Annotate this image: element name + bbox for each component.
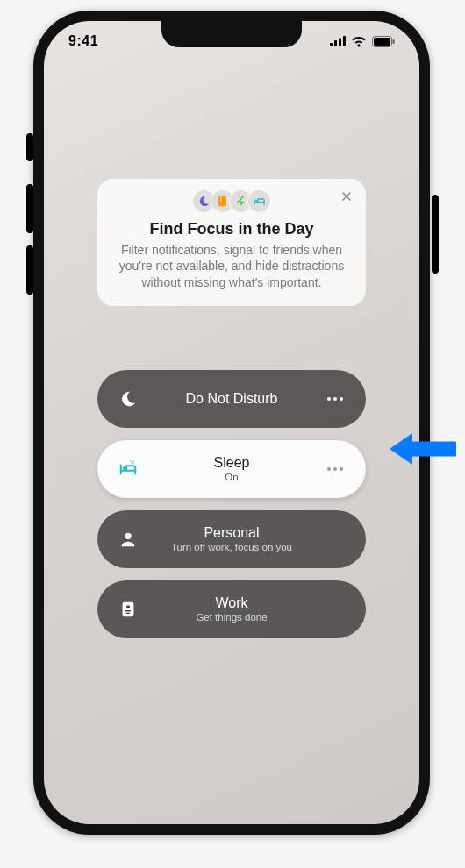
svg-rect-6 [393,39,395,44]
focus-label-group: Do Not Disturb [140,391,324,407]
focus-label: Do Not Disturb [186,391,278,407]
svg-text:z: z [132,459,135,465]
more-icon[interactable] [324,458,347,480]
screen: 9:41 [44,21,419,824]
phone-volume-up [26,184,33,233]
svg-rect-7 [218,196,226,206]
tip-icon-row [113,189,350,213]
wifi-icon [351,36,367,47]
svg-rect-23 [125,610,131,611]
phone-volume-down [26,245,33,295]
focus-label: Personal [204,525,259,541]
status-icons [330,36,395,47]
svg-point-20 [125,533,131,539]
svg-text:z: z [130,459,132,463]
phone-frame: 9:41 [33,11,430,835]
focus-tip-card: Find Focus in the Day Filter notificatio… [97,179,366,306]
svg-rect-2 [339,39,341,47]
moon-icon [117,388,140,410]
cellular-icon [330,36,346,46]
svg-point-13 [340,397,343,401]
tip-title: Find Focus in the Day [113,220,350,238]
focus-label-group: Personal Turn off work, focus on you [140,525,324,553]
focus-sublabel: Get things done [196,612,267,623]
focus-sublabel: On [225,472,238,483]
phone-mute-switch [26,133,33,161]
svg-point-22 [126,605,130,608]
focus-label: Work [215,595,247,611]
bed-icon [247,189,271,213]
svg-point-12 [333,397,337,401]
svg-point-11 [327,397,331,401]
more-icon[interactable] [324,388,347,410]
person-icon [117,528,140,551]
svg-rect-21 [123,602,134,617]
svg-rect-0 [330,43,333,46]
annotation-arrow-icon [386,428,456,473]
focus-sleep[interactable]: zz Sleep On [97,440,366,498]
status-time: 9:41 [68,33,98,49]
focus-sublabel: Turn off work, focus on you [171,542,292,553]
svg-point-10 [255,200,258,203]
phone-power-button [432,195,439,274]
svg-point-19 [340,467,343,471]
svg-point-9 [241,196,244,198]
focus-label: Sleep [214,455,250,471]
focus-personal[interactable]: Personal Turn off work, focus on you [97,510,366,568]
notch [161,21,302,47]
focus-do-not-disturb[interactable]: Do Not Disturb [97,370,366,428]
bed-icon: zz [117,458,140,480]
focus-work[interactable]: Work Get things done [97,580,366,638]
battery-icon [372,36,395,47]
svg-rect-3 [343,36,346,46]
svg-point-14 [123,466,126,470]
svg-rect-5 [374,38,390,46]
svg-rect-1 [334,40,337,46]
focus-label-group: Sleep On [140,455,324,483]
focus-label-group: Work Get things done [140,595,324,623]
close-icon[interactable] [338,188,355,205]
svg-rect-8 [220,196,222,203]
focus-list: Do Not Disturb zz Sleep On [97,370,366,638]
svg-rect-24 [126,613,131,614]
tip-body: Filter notifications, signal to friends … [113,242,350,290]
svg-point-18 [333,467,337,471]
svg-point-17 [327,467,331,471]
badge-icon [117,598,140,621]
